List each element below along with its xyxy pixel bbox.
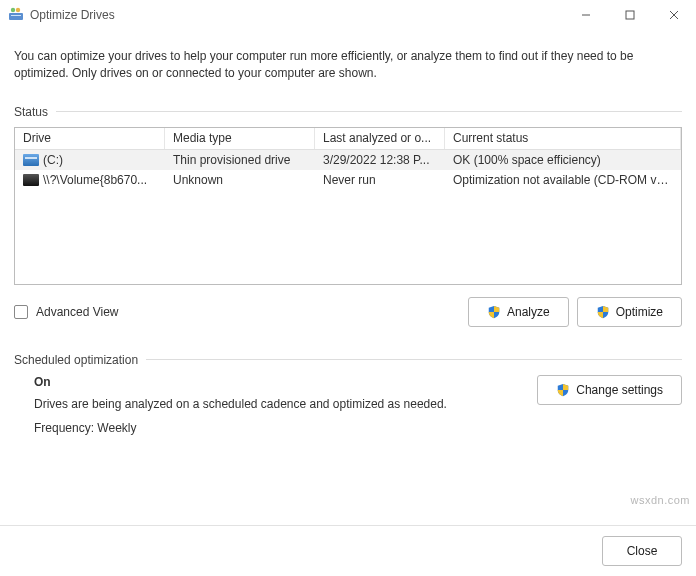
svg-point-2 xyxy=(11,8,15,12)
status-group-label: Status xyxy=(14,105,682,119)
schedule-group-label: Scheduled optimization xyxy=(14,353,682,367)
drives-list[interactable]: Drive Media type Last analyzed or o... C… xyxy=(14,127,682,285)
minimize-button[interactable] xyxy=(564,0,608,30)
svg-point-3 xyxy=(16,8,20,12)
titlebar: Optimize Drives xyxy=(0,0,696,30)
maximize-button[interactable] xyxy=(608,0,652,30)
change-settings-button[interactable]: Change settings xyxy=(537,375,682,405)
schedule-state: On xyxy=(34,375,529,389)
drives-list-header: Drive Media type Last analyzed or o... C… xyxy=(15,128,681,150)
analyze-button[interactable]: Analyze xyxy=(468,297,569,327)
svg-rect-5 xyxy=(626,11,634,19)
cell-status: Optimization not available (CD-ROM vol..… xyxy=(445,171,681,189)
schedule-desc: Drives are being analyzed on a scheduled… xyxy=(34,397,529,411)
schedule-label-text: Scheduled optimization xyxy=(14,353,138,367)
intro-text: You can optimize your drives to help you… xyxy=(14,48,682,83)
cell-drive: (C:) xyxy=(43,153,63,167)
status-label-text: Status xyxy=(14,105,48,119)
table-row[interactable]: (C:) Thin provisioned drive 3/29/2022 12… xyxy=(15,150,681,170)
svg-rect-1 xyxy=(11,15,21,16)
close-window-button[interactable] xyxy=(652,0,696,30)
cell-last: Never run xyxy=(315,171,445,189)
drive-icon xyxy=(23,154,39,166)
change-settings-label: Change settings xyxy=(576,383,663,397)
cell-status: OK (100% space efficiency) xyxy=(445,151,681,169)
svg-rect-0 xyxy=(9,13,23,20)
drive-icon xyxy=(23,174,39,186)
col-drive[interactable]: Drive xyxy=(15,128,165,149)
table-row[interactable]: \\?\Volume{8b670... Unknown Never run Op… xyxy=(15,170,681,190)
window-title: Optimize Drives xyxy=(30,8,115,22)
cell-media: Unknown xyxy=(165,171,315,189)
shield-icon xyxy=(556,383,570,397)
cell-media: Thin provisioned drive xyxy=(165,151,315,169)
shield-icon xyxy=(487,305,501,319)
col-last[interactable]: Last analyzed or o... xyxy=(315,128,445,149)
cell-last: 3/29/2022 12:38 P... xyxy=(315,151,445,169)
advanced-view-checkbox[interactable] xyxy=(14,305,28,319)
optimize-label: Optimize xyxy=(616,305,663,319)
shield-icon xyxy=(596,305,610,319)
cell-drive: \\?\Volume{8b670... xyxy=(43,173,147,187)
advanced-view-label: Advanced View xyxy=(36,305,119,319)
watermark: wsxdn.com xyxy=(630,494,690,506)
optimize-button[interactable]: Optimize xyxy=(577,297,682,327)
col-status[interactable]: Current status xyxy=(445,128,681,149)
schedule-freq: Frequency: Weekly xyxy=(34,421,529,435)
col-media[interactable]: Media type xyxy=(165,128,315,149)
analyze-label: Analyze xyxy=(507,305,550,319)
close-button[interactable]: Close xyxy=(602,536,682,566)
app-icon xyxy=(8,7,24,23)
footer: Close xyxy=(0,525,696,576)
close-label: Close xyxy=(627,544,658,558)
